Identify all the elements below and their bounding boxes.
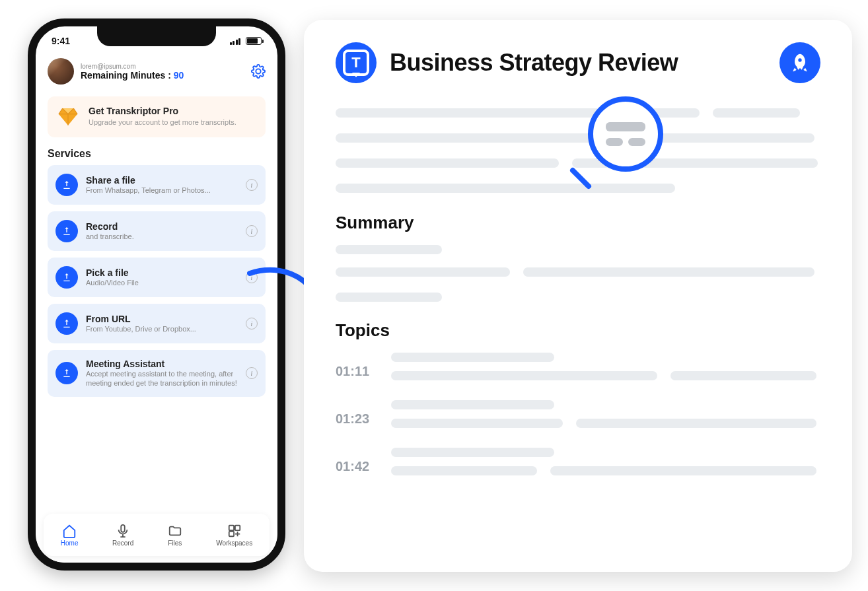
- service-title: Pick a file: [86, 267, 238, 278]
- upload-icon: [55, 266, 78, 289]
- summary-placeholder: [336, 245, 820, 302]
- app-logo-icon: T: [336, 42, 377, 83]
- battery-icon: [246, 37, 262, 45]
- services-heading: Services: [48, 148, 266, 160]
- tab-home[interactable]: Home: [61, 524, 79, 547]
- promo-title: Get Transkriptor Pro: [89, 106, 236, 116]
- promo-subtitle: Upgrade your account to get more transcr…: [89, 118, 236, 127]
- user-row: lorem@ipsum.com Remaining Minutes : 90: [48, 55, 266, 85]
- remaining-label: Remaining Minutes :: [81, 70, 171, 81]
- tab-label: Home: [61, 539, 79, 547]
- promo-card[interactable]: Get Transkriptor Pro Upgrade your accoun…: [48, 96, 266, 137]
- topic-time: 01:42: [336, 459, 375, 474]
- info-icon[interactable]: i: [246, 318, 258, 330]
- topics-heading: Topics: [336, 320, 820, 341]
- rocket-button[interactable]: [779, 42, 820, 83]
- info-icon[interactable]: i: [246, 225, 258, 237]
- upload-icon: [55, 220, 78, 242]
- service-title: Share a file: [86, 175, 238, 186]
- svg-rect-1: [229, 525, 234, 530]
- topic-row[interactable]: 01:11: [336, 353, 820, 390]
- gear-icon[interactable]: [251, 64, 266, 79]
- tab-record[interactable]: Record: [112, 524, 133, 547]
- tab-bar: Home Record Files Workspaces: [44, 514, 270, 556]
- service-subtitle: From Youtube, Drive or Dropbox...: [86, 324, 238, 333]
- service-meeting-assistant[interactable]: Meeting Assistant Accept meeting assista…: [48, 350, 266, 397]
- summary-heading: Summary: [336, 213, 820, 233]
- service-subtitle: Accept meeting assistant to the meeting,…: [86, 369, 238, 388]
- phone-mockup: 9:41 lorem@ipsum.com Remaining Minutes :…: [28, 18, 285, 571]
- status-right: [230, 37, 262, 45]
- logo-letter: T: [343, 50, 369, 76]
- service-title: Record: [86, 221, 238, 232]
- tab-workspaces[interactable]: Workspaces: [216, 524, 252, 547]
- svg-rect-0: [121, 524, 125, 532]
- upload-icon: [55, 312, 78, 335]
- info-icon[interactable]: i: [246, 367, 258, 379]
- service-title: From URL: [86, 314, 238, 324]
- topic-time: 01:23: [336, 411, 375, 427]
- doc-title: Business Strategy Review: [390, 49, 678, 77]
- svg-rect-3: [229, 531, 234, 536]
- service-subtitle: and transcribe.: [86, 232, 238, 241]
- info-icon[interactable]: i: [246, 271, 258, 283]
- tab-files[interactable]: Files: [168, 524, 182, 547]
- remaining-value: 90: [174, 70, 184, 81]
- user-email: lorem@ipsum.com: [81, 63, 244, 70]
- service-pick-file[interactable]: Pick a file Audio/Video File i: [48, 258, 266, 297]
- diamond-icon: [57, 106, 79, 128]
- service-subtitle: From Whatsapp, Telegram or Photos...: [86, 186, 238, 195]
- upload-icon: [55, 174, 78, 196]
- phone-content: lorem@ipsum.com Remaining Minutes : 90 G…: [36, 55, 277, 563]
- upload-icon: [55, 362, 78, 384]
- topic-row[interactable]: 01:23: [336, 400, 820, 437]
- promo-body: Get Transkriptor Pro Upgrade your accoun…: [89, 106, 236, 128]
- service-share-file[interactable]: Share a file From Whatsapp, Telegram or …: [48, 165, 266, 205]
- doc-header: T Business Strategy Review: [336, 42, 820, 83]
- signal-icon: [230, 37, 241, 45]
- rocket-icon: [789, 52, 811, 73]
- tab-label: Record: [112, 539, 133, 547]
- avatar[interactable]: [48, 58, 74, 85]
- document-panel: T Business Strategy Review Summary Topic…: [304, 20, 852, 572]
- info-icon[interactable]: i: [246, 179, 258, 191]
- tab-label: Workspaces: [216, 539, 252, 547]
- topic-row[interactable]: 01:42: [336, 448, 820, 485]
- remaining-minutes: Remaining Minutes : 90: [81, 70, 244, 81]
- service-from-url[interactable]: From URL From Youtube, Drive or Dropbox.…: [48, 304, 266, 343]
- topic-time: 01:11: [336, 364, 375, 379]
- doc-body-placeholder: [336, 108, 820, 193]
- service-title: Meeting Assistant: [86, 359, 238, 369]
- tab-label: Files: [168, 539, 182, 547]
- notch: [97, 25, 216, 46]
- service-subtitle: Audio/Video File: [86, 278, 238, 287]
- service-record[interactable]: Record and transcribe. i: [48, 211, 266, 251]
- svg-rect-2: [235, 525, 240, 530]
- status-time: 9:41: [52, 36, 70, 46]
- user-info: lorem@ipsum.com Remaining Minutes : 90: [81, 63, 244, 81]
